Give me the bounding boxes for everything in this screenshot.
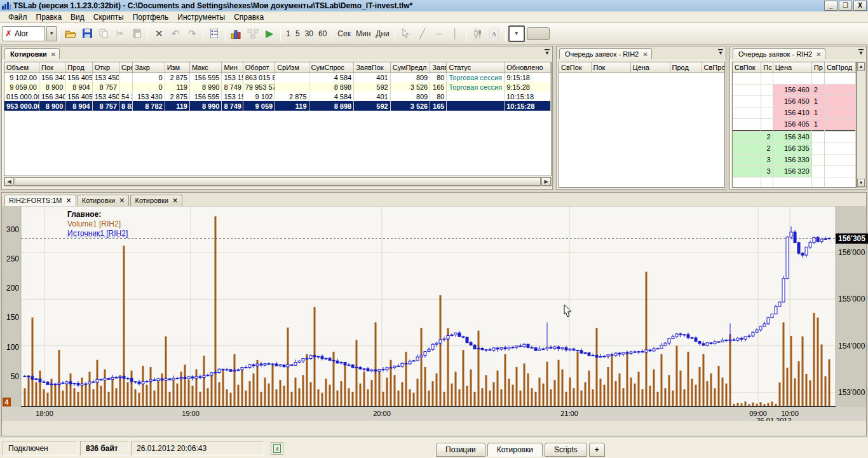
ob1-col-Пок[interactable]: Пок — [591, 62, 630, 73]
quotes-col-Прод[interactable]: Прод — [65, 62, 92, 73]
legend-volume-series[interactable]: Volume1 [RIH2] — [67, 219, 128, 229]
orderbook1-tab[interactable]: Очередь заявок - RIH2 ✕ — [559, 48, 652, 59]
ob2-row[interactable]: 156 4051 — [733, 118, 856, 130]
menu-item-Справка[interactable]: Справка — [229, 12, 268, 22]
delete-button[interactable]: ✕ — [151, 25, 167, 42]
quotes-col-СрИзм[interactable]: СрИзм — [275, 62, 309, 73]
ob2-col-Пс[interactable]: Пс — [761, 62, 773, 73]
restore-button[interactable]: ❐ — [839, 1, 852, 11]
hline-tool-button[interactable]: ─ — [431, 25, 447, 42]
ob1-col-Цена[interactable]: Цена — [630, 62, 670, 73]
workspace-tab-Позиции[interactable]: Позиции — [436, 443, 485, 457]
menu-item-Файл[interactable]: Файл — [4, 12, 32, 22]
vline-tool-button[interactable]: │ — [447, 25, 464, 42]
account-combo[interactable]: ✗ Alor — [3, 26, 45, 41]
scroll-right-icon[interactable]: ▶ — [541, 177, 551, 186]
scroll-left-icon[interactable]: ◀ — [4, 177, 14, 186]
save-button[interactable] — [79, 25, 95, 42]
quotes-col-СумПредл[interactable]: СумПредл — [390, 62, 430, 73]
tab-close-icon[interactable]: ✕ — [642, 51, 648, 58]
price-volume-chart[interactable]: 156'000155'000154'000153'000300250200150… — [2, 206, 866, 421]
minimize-button[interactable]: _ — [824, 1, 837, 11]
add-workspace-tab-button[interactable]: + — [589, 443, 605, 457]
color-dropdown-button[interactable]: ▼ — [508, 25, 525, 42]
style-swatch-button[interactable] — [527, 27, 550, 40]
quotes-col-Статус[interactable]: Статус — [447, 62, 505, 73]
quotes-col-Мин[interactable]: Мин — [222, 62, 243, 73]
paste-button[interactable] — [128, 25, 145, 42]
quotes-row[interactable]: 9 102.00156 340156 405153 45002 875156 5… — [4, 73, 551, 82]
workspace-tab-Scripts[interactable]: Scripts — [545, 443, 587, 457]
candles-tool-button[interactable] — [470, 25, 486, 42]
panel-menu-icon[interactable]: ▼ — [858, 49, 864, 56]
ob2-row[interactable] — [733, 73, 856, 84]
log-indicator[interactable]: 4 — [271, 442, 283, 455]
tab-close-icon[interactable]: ✕ — [51, 51, 56, 58]
chart-tab-1[interactable]: Котировки✕ — [78, 195, 130, 206]
ob2-col-СвПок[interactable]: СвПок — [733, 62, 761, 73]
ob2-row[interactable]: 156 4501 — [733, 95, 856, 107]
quotes-col-Объем[interactable]: Объем — [4, 62, 39, 73]
text-tool-button[interactable]: A — [486, 25, 503, 42]
orderbook2-vscrollbar[interactable]: ▲ ▼ — [857, 62, 865, 188]
scroll-up-icon[interactable]: ▲ — [857, 62, 865, 71]
script-diagram-button[interactable] — [245, 25, 261, 42]
scroll-down-icon[interactable]: ▼ — [857, 179, 865, 187]
quotes-col-Оборот[interactable]: Оборот — [243, 62, 275, 73]
ob2-row[interactable]: 2156 340 — [733, 131, 856, 142]
quotes-col-Обновлено[interactable]: Обновлено — [505, 62, 551, 73]
ob2-row[interactable]: 3156 320 — [733, 165, 856, 177]
legend-source-series[interactable]: Источник1 [RIH2] — [67, 229, 128, 239]
unit-button-Дни[interactable]: Дни — [373, 28, 391, 39]
quotes-col-Сре[interactable]: Сре — [119, 62, 133, 73]
menu-item-Инструменты[interactable]: Инструменты — [173, 12, 229, 22]
quotes-row[interactable]: 9 059.008 9008 9048 75701198 9908 74979 … — [4, 82, 551, 92]
orderbook2-tab[interactable]: Очередь заявок - RIH2 ✕ — [733, 48, 825, 59]
ob1-col-СвПок[interactable]: СвПок — [559, 62, 591, 73]
close-button[interactable]: X — [853, 1, 867, 11]
quotes-col-Заяв[interactable]: Заяв — [430, 62, 447, 73]
panel-menu-icon[interactable]: ▼ — [545, 49, 550, 56]
ob1-col-СвПрод[interactable]: СвПрод — [702, 62, 725, 73]
cut-button[interactable]: ✂ — [112, 25, 128, 42]
quotes-col-Пок[interactable]: Пок — [39, 62, 65, 73]
quotes-col-Закр[interactable]: Закр — [133, 62, 165, 73]
quotes-col-Изм[interactable]: Изм — [165, 62, 189, 73]
properties-button[interactable] — [206, 25, 222, 42]
quotes-hscrollbar[interactable]: ◀ ▶ — [4, 177, 552, 186]
ob2-row[interactable]: 156 4101 — [733, 107, 856, 118]
unit-button-Сек[interactable]: Сек — [335, 28, 353, 39]
redo-button[interactable]: ↷ — [184, 25, 200, 42]
menu-item-Портфель[interactable]: Портфель — [128, 12, 173, 22]
quotes-col-СумСпрос[interactable]: СумСпрос — [309, 62, 354, 73]
tab-close-icon[interactable]: ✕ — [172, 197, 178, 205]
ob2-row[interactable] — [733, 177, 856, 188]
ob2-col-СвПрод[interactable]: СвПрод — [825, 62, 856, 73]
ob2-row[interactable]: 3156 330 — [733, 154, 856, 165]
cursor-tool-button[interactable] — [398, 25, 414, 42]
quotes-tab[interactable]: Котировки ✕ — [4, 48, 60, 59]
open-button[interactable] — [62, 25, 79, 42]
ob2-row[interactable]: 2156 335 — [733, 142, 856, 154]
chart-tab-0[interactable]: RIH2:FORTS:1M✕ — [4, 195, 76, 206]
run-button[interactable]: ▶ — [261, 25, 278, 42]
menu-item-Вид[interactable]: Вид — [66, 12, 89, 22]
unit-button-Мин[interactable]: Мин — [353, 28, 373, 39]
timeframe-button-30[interactable]: 30 — [302, 28, 316, 39]
menu-item-Скрипты[interactable]: Скрипты — [89, 12, 128, 22]
quotes-row[interactable]: 015 000.00156 340156 405153 45054 278153… — [4, 92, 551, 101]
quotes-col-Откр[interactable]: Откр — [92, 62, 119, 73]
quotes-col-Макс[interactable]: Макс — [189, 62, 221, 73]
timeframe-button-1[interactable]: 1 — [283, 28, 293, 39]
new-chart-button[interactable] — [228, 25, 245, 42]
timeframe-button-60[interactable]: 60 — [316, 28, 329, 39]
quotes-row[interactable]: 953 000.008 9008 9048 7578 8258 7821198 … — [4, 101, 551, 111]
account-dropdown-icon[interactable]: ▼ — [46, 26, 57, 41]
tab-close-icon[interactable]: ✕ — [119, 197, 125, 205]
tab-close-icon[interactable]: ✕ — [816, 51, 821, 58]
copy-button[interactable] — [95, 25, 112, 42]
trendline-tool-button[interactable]: ╱ — [414, 25, 431, 42]
menu-item-Правка[interactable]: Правка — [32, 12, 67, 22]
chart-tab-2[interactable]: Котировки✕ — [130, 195, 182, 206]
ob2-row[interactable]: 156 4602 — [733, 84, 856, 95]
